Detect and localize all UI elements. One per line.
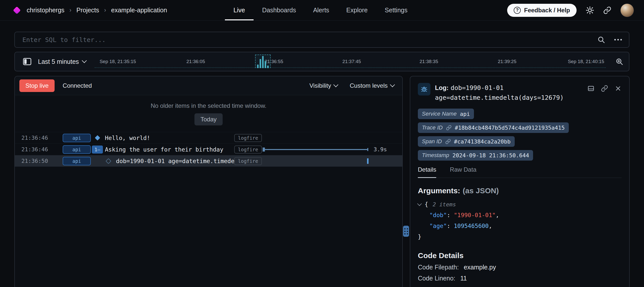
details-title-message: dob=1990-01-01 age=datetime.timedelta(da… [435,84,564,101]
timestamp-pill[interactable]: Timestamp 2024-09-18 21:36:50.644 [418,150,533,161]
breadcrumb-org[interactable]: christophergs [27,7,64,14]
zoom-in-icon[interactable] [615,58,623,66]
visibility-dropdown[interactable]: Visibility [309,82,338,89]
log-row[interactable]: 21:36:46 api Hello, world! logfire [15,132,402,144]
log-time: 21:36:46 [15,146,59,153]
chevron-down-icon [333,82,338,87]
code-filepath-row: Code Filepath: example.py [418,264,622,271]
time-range-dropdown[interactable]: Last 5 minutes [38,58,86,65]
code-filepath-label: Code Filepath: [418,264,459,271]
theme-toggle-icon[interactable] [586,6,594,15]
tab-raw-data[interactable]: Raw Data [450,166,476,178]
logfire-logo-icon[interactable] [13,6,21,14]
tab-details[interactable]: Details [418,166,436,178]
link-icon [446,125,452,130]
timeline-strip[interactable]: Sep 18, 21:35:15 21:36:05 21:36:55 21:37… [95,52,606,71]
breadcrumb-project-name[interactable]: example-application [111,7,167,14]
today-button[interactable]: Today [194,113,223,125]
span-duration-bar [263,149,368,150]
details-title-prefix: Log: [435,84,449,91]
dock-panel-icon[interactable] [587,85,594,92]
sql-filter-input[interactable] [22,36,597,44]
json-viewer: {2 items "dob": "1990-01-01", "age": 109… [418,199,622,242]
chevron-down-icon [390,82,395,87]
breadcrumb-separator: › [69,7,71,14]
attr-value: #18b84cb4847b5d574c4ad9121935a415 [455,125,565,131]
question-circle-icon: ? [514,7,521,14]
stop-live-button[interactable]: Stop live [19,79,55,92]
json-items-note: 2 items [433,201,456,208]
breadcrumb-projects[interactable]: Projects [76,7,99,14]
tab-alerts[interactable]: Alerts [305,0,338,20]
json-key: "dob" [429,212,447,218]
custom-levels-label: Custom levels [350,82,388,89]
more-options-icon[interactable] [614,39,622,40]
span-duration-label: 3.9s [374,146,387,153]
log-type-icon [418,83,430,95]
chevron-down-icon [82,58,87,63]
copy-link-icon[interactable] [601,85,608,92]
span-collapse-toggle[interactable]: 1— [92,146,103,154]
timeline-tick: Sep 18, 21:40:15 [568,59,604,64]
attr-value: #ca741384ca2a20bb [454,138,511,145]
json-key: "age" [429,223,447,229]
code-details-heading: Code Details [418,251,622,260]
json-open-brace: { [425,201,428,208]
tab-explore[interactable]: Explore [338,0,376,20]
details-title: Log:dob=1990-01-01 age=datetime.timedelt… [435,83,587,103]
log-message: Asking the user for their birthday [105,146,223,153]
attr-value: 2024-09-18 21:36:50.644 [453,152,529,159]
trace-id-pill[interactable]: Trace ID #18b84cb4847b5d574c4ad9121935a4… [418,122,569,133]
empty-window-notice: No older items in the selected time wind… [15,102,402,109]
log-row-selected[interactable]: 21:36:50 api dob=1990-01-01 age=datetime… [15,155,402,167]
log-time: 21:36:46 [15,135,59,141]
feedback-help-button[interactable]: ? Feedback / Help [507,4,577,17]
tab-settings[interactable]: Settings [376,0,416,20]
panel-resize-handle[interactable] [403,226,409,237]
collapse-chevron-icon[interactable] [417,201,422,206]
breadcrumb: christophergs › Projects › example-appli… [27,7,167,14]
arguments-suffix: (as JSON) [463,186,499,195]
code-lineno-value: 11 [460,275,467,282]
histogram-bar [267,66,269,68]
log-diamond-icon [95,135,100,140]
timeline-bar: Last 5 minutes Sep 18, 21:35:15 21:36:05… [14,52,629,71]
service-tag[interactable]: api [63,134,91,142]
custom-levels-dropdown[interactable]: Custom levels [350,82,394,89]
service-name-pill[interactable]: Service Name api [418,109,474,119]
tab-live[interactable]: Live [225,0,254,20]
json-number-value: 1095465600 [454,223,489,229]
span-id-pill[interactable]: Span ID #ca741384ca2a20bb [418,136,515,147]
json-string-value: "1990-01-01" [454,212,496,218]
timeline-histogram-selection[interactable] [255,55,271,68]
log-message: Hello, world! [105,135,150,141]
breadcrumb-separator: › [104,7,106,14]
details-tabs: Details Raw Data [418,166,622,178]
arguments-heading: Arguments:(as JSON) [418,186,622,195]
share-link-icon[interactable] [603,6,611,14]
timeline-tick: 21:36:05 [186,59,205,64]
close-icon[interactable] [615,85,622,92]
tab-dashboards[interactable]: Dashboards [254,0,305,20]
log-row[interactable]: 21:36:46 api 1— Asking the user for thei… [15,144,402,155]
search-icon[interactable] [597,36,605,44]
json-close-brace: } [418,233,421,240]
user-avatar[interactable] [620,4,634,17]
scope-tag[interactable]: logfire [234,146,262,154]
log-time: 21:36:50 [15,158,59,164]
service-tag[interactable]: api [63,145,91,154]
span-instant-marker [367,158,369,164]
scope-tag[interactable]: logfire [234,134,262,142]
sidebar-toggle-icon[interactable] [20,55,34,68]
time-range-label: Last 5 minutes [38,58,79,65]
timeline-tick: 21:37:45 [342,59,361,64]
attr-label: Timestamp [422,152,449,159]
log-message: dob=1990-01-01 age=datetime.timede [116,158,234,164]
timeline-baseline [95,67,606,68]
scope-tag[interactable]: logfire [234,157,262,165]
attr-label: Service Name [422,111,457,117]
histogram-bar [257,65,259,68]
service-tag[interactable]: api [63,157,91,165]
live-log-header: Stop live Connected Visibility Custom le… [15,76,402,95]
live-log-panel: Stop live Connected Visibility Custom le… [14,76,403,287]
